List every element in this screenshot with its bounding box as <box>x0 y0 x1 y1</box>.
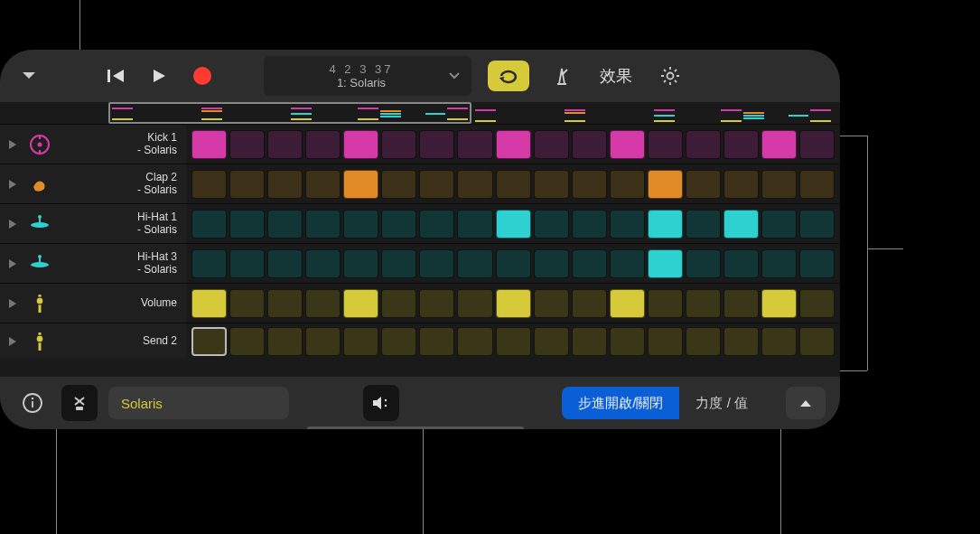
step-cell[interactable] <box>534 289 569 318</box>
pattern-overview[interactable] <box>108 102 833 124</box>
step-cell[interactable] <box>610 249 645 278</box>
step-cell[interactable] <box>610 289 645 318</box>
step-cell[interactable] <box>419 170 454 199</box>
step-cell[interactable] <box>496 327 531 356</box>
step-cell[interactable] <box>686 170 721 199</box>
step-cell[interactable] <box>723 249 759 278</box>
step-cell[interactable] <box>723 170 759 199</box>
step-cell[interactable] <box>381 249 416 278</box>
step-cell[interactable] <box>799 130 835 159</box>
step-cell[interactable] <box>723 130 759 159</box>
cycle-button[interactable] <box>488 61 529 91</box>
step-cell[interactable] <box>799 210 835 239</box>
step-cell[interactable] <box>305 170 341 199</box>
step-cell[interactable] <box>343 210 378 239</box>
step-cell[interactable] <box>267 130 303 159</box>
step-cell[interactable] <box>343 249 378 278</box>
step-cell[interactable] <box>610 210 645 239</box>
step-cell[interactable] <box>457 130 492 159</box>
step-cell[interactable] <box>419 210 454 239</box>
step-cell[interactable] <box>761 249 797 278</box>
step-cell[interactable] <box>686 249 721 278</box>
step-cell[interactable] <box>343 130 378 159</box>
step-cell[interactable] <box>305 130 341 159</box>
record-button[interactable] <box>184 58 220 94</box>
step-cell[interactable] <box>496 210 531 239</box>
volume-button[interactable] <box>363 385 399 421</box>
track-header[interactable]: Hi-Hat 3 - Solaris <box>0 244 186 283</box>
step-cell[interactable] <box>610 327 645 356</box>
dropdown-menu-button[interactable] <box>11 58 47 94</box>
previous-button[interactable] <box>98 58 134 94</box>
step-cell[interactable] <box>267 210 303 239</box>
step-cell[interactable] <box>534 170 569 199</box>
step-cell[interactable] <box>686 210 721 239</box>
mode-velocity-value[interactable]: 力度 / 值 <box>679 387 764 419</box>
track-header[interactable]: Volume <box>0 284 186 323</box>
step-cell[interactable] <box>229 327 265 356</box>
step-cell[interactable] <box>761 210 797 239</box>
step-cell[interactable] <box>381 170 416 199</box>
step-cell[interactable] <box>419 289 454 318</box>
step-cell[interactable] <box>343 327 378 356</box>
step-cell[interactable] <box>496 289 531 318</box>
track-header[interactable]: Send 2 <box>0 323 186 359</box>
step-cell[interactable] <box>419 327 454 356</box>
step-cell[interactable] <box>572 249 607 278</box>
step-cell[interactable] <box>305 210 341 239</box>
scroll-indicator[interactable] <box>307 426 524 429</box>
step-cell[interactable] <box>799 170 835 199</box>
track-play-icon[interactable] <box>5 179 20 190</box>
step-cell[interactable] <box>723 327 759 356</box>
step-cell[interactable] <box>723 289 759 318</box>
step-cell[interactable] <box>343 170 378 199</box>
step-cell[interactable] <box>761 130 797 159</box>
step-cell[interactable] <box>496 249 531 278</box>
step-cell[interactable] <box>648 327 683 356</box>
step-cell[interactable] <box>381 130 416 159</box>
metronome-button[interactable] <box>544 58 580 94</box>
effects-button[interactable]: 效果 <box>600 65 632 87</box>
track-play-icon[interactable] <box>5 336 20 347</box>
step-cell[interactable] <box>610 170 645 199</box>
track-play-icon[interactable] <box>5 258 20 269</box>
step-cell[interactable] <box>267 289 303 318</box>
step-cell[interactable] <box>723 210 759 239</box>
step-cell[interactable] <box>229 289 265 318</box>
step-cell[interactable] <box>496 130 531 159</box>
step-cell[interactable] <box>648 210 683 239</box>
track-header[interactable]: Kick 1 - Solaris <box>0 125 186 164</box>
track-play-icon[interactable] <box>5 298 20 309</box>
step-cell[interactable] <box>572 289 607 318</box>
step-cell[interactable] <box>534 210 569 239</box>
step-cell[interactable] <box>191 130 227 159</box>
mode-step-toggle[interactable]: 步進開啟/關閉 <box>562 387 679 419</box>
step-cell[interactable] <box>610 130 645 159</box>
play-button[interactable] <box>141 58 177 94</box>
step-cell[interactable] <box>267 249 303 278</box>
step-cell[interactable] <box>191 210 227 239</box>
settings-button[interactable] <box>652 58 688 94</box>
step-cell[interactable] <box>572 170 607 199</box>
step-cell[interactable] <box>686 130 721 159</box>
step-cell[interactable] <box>799 249 835 278</box>
track-play-icon[interactable] <box>5 139 20 150</box>
step-cell[interactable] <box>648 289 683 318</box>
step-cell[interactable] <box>381 289 416 318</box>
lcd-display[interactable]: 4 2 3 37 1: Solaris <box>264 56 471 96</box>
step-cell[interactable] <box>305 327 341 356</box>
step-cell[interactable] <box>191 289 227 318</box>
step-cell[interactable] <box>229 170 265 199</box>
step-cell[interactable] <box>648 170 683 199</box>
step-cell[interactable] <box>229 130 265 159</box>
step-cell[interactable] <box>799 327 835 356</box>
step-cell[interactable] <box>496 170 531 199</box>
step-cell[interactable] <box>761 170 797 199</box>
step-cell[interactable] <box>799 289 835 318</box>
step-cell[interactable] <box>686 327 721 356</box>
track-play-icon[interactable] <box>5 219 20 230</box>
step-cell[interactable] <box>534 249 569 278</box>
step-cell[interactable] <box>267 170 303 199</box>
step-cell[interactable] <box>457 327 492 356</box>
step-cell[interactable] <box>457 170 492 199</box>
